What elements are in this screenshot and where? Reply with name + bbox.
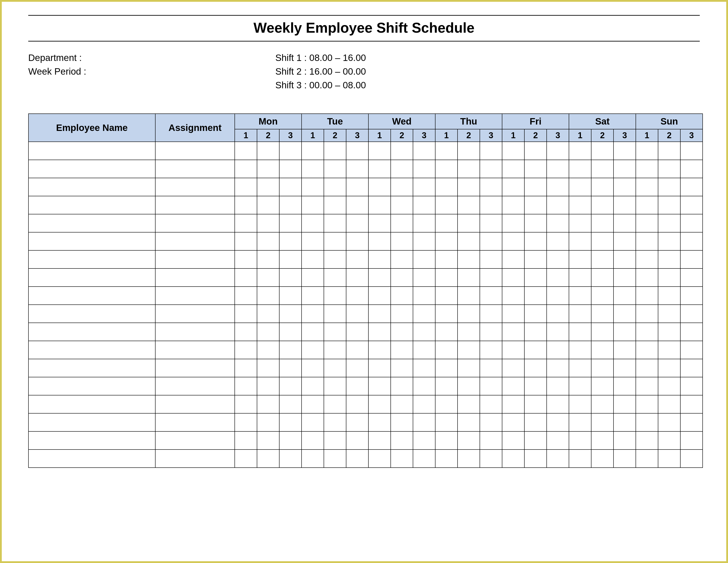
table-cell: [636, 305, 658, 323]
table-cell: [28, 450, 155, 468]
table-cell: [524, 232, 547, 250]
table-row: [28, 450, 703, 468]
table-cell: [680, 268, 703, 287]
table-cell: [155, 178, 235, 196]
table-cell: [524, 142, 547, 160]
table-cell: [302, 395, 324, 413]
col-day-fri: Fri: [502, 114, 569, 129]
table-row: [28, 395, 703, 413]
col-day-thu: Thu: [435, 114, 502, 129]
table-cell: [391, 450, 413, 468]
table-cell: [391, 305, 413, 323]
table-cell: [413, 196, 435, 214]
table-cell: [458, 214, 480, 232]
table-cell: [458, 250, 480, 268]
table-cell: [279, 323, 302, 341]
table-cell: [279, 413, 302, 431]
table-cell: [480, 431, 502, 450]
table-cell: [368, 142, 391, 160]
table-cell: [235, 305, 257, 323]
table-cell: [480, 413, 502, 431]
table-cell: [413, 359, 435, 377]
table-cell: [480, 341, 502, 359]
table-cell: [658, 450, 680, 468]
col-shift-sub: 2: [591, 129, 614, 142]
table-cell: [591, 450, 614, 468]
table-cell: [680, 359, 703, 377]
table-cell: [458, 359, 480, 377]
table-cell: [235, 377, 257, 395]
table-cell: [547, 395, 569, 413]
table-cell: [480, 160, 502, 178]
table-cell: [302, 214, 324, 232]
col-day-tue: Tue: [302, 114, 368, 129]
table-cell: [28, 395, 155, 413]
table-cell: [302, 232, 324, 250]
table-cell: [591, 431, 614, 450]
table-cell: [235, 287, 257, 305]
table-cell: [28, 377, 155, 395]
table-cell: [28, 323, 155, 341]
table-cell: [368, 232, 391, 250]
col-shift-sub: 3: [547, 129, 569, 142]
table-cell: [591, 323, 614, 341]
table-cell: [502, 359, 524, 377]
table-cell: [368, 341, 391, 359]
table-cell: [302, 450, 324, 468]
table-cell: [302, 178, 324, 196]
table-cell: [591, 250, 614, 268]
table-cell: [636, 250, 658, 268]
table-cell: [636, 450, 658, 468]
table-cell: [636, 196, 658, 214]
table-cell: [28, 305, 155, 323]
table-cell: [614, 395, 636, 413]
table-cell: [368, 395, 391, 413]
table-cell: [680, 142, 703, 160]
table-cell: [591, 196, 614, 214]
col-employee-name: Employee Name: [28, 114, 155, 142]
col-shift-sub: 2: [391, 129, 413, 142]
table-cell: [368, 196, 391, 214]
table-row: [28, 377, 703, 395]
table-cell: [279, 341, 302, 359]
table-cell: [235, 160, 257, 178]
col-day-mon: Mon: [235, 114, 302, 129]
table-cell: [302, 359, 324, 377]
table-cell: [524, 413, 547, 431]
table-cell: [458, 287, 480, 305]
table-cell: [569, 214, 591, 232]
table-cell: [302, 413, 324, 431]
table-cell: [614, 359, 636, 377]
table-cell: [480, 377, 502, 395]
table-cell: [235, 196, 257, 214]
table-cell: [257, 287, 279, 305]
table-cell: [235, 341, 257, 359]
table-cell: [480, 232, 502, 250]
table-cell: [658, 196, 680, 214]
table-cell: [302, 268, 324, 287]
table-cell: [569, 305, 591, 323]
table-cell: [435, 323, 458, 341]
table-cell: [391, 413, 413, 431]
table-cell: [569, 232, 591, 250]
table-cell: [502, 431, 524, 450]
table-cell: [413, 431, 435, 450]
table-cell: [346, 178, 368, 196]
table-cell: [302, 431, 324, 450]
table-cell: [257, 341, 279, 359]
table-cell: [324, 160, 346, 178]
table-cell: [502, 395, 524, 413]
table-cell: [547, 214, 569, 232]
table-cell: [324, 323, 346, 341]
table-cell: [346, 250, 368, 268]
table-cell: [391, 178, 413, 196]
table-cell: [235, 413, 257, 431]
table-cell: [235, 359, 257, 377]
table-cell: [324, 305, 346, 323]
table-cell: [368, 178, 391, 196]
table-cell: [591, 287, 614, 305]
table-cell: [235, 431, 257, 450]
table-cell: [435, 178, 458, 196]
table-cell: [368, 214, 391, 232]
table-cell: [324, 287, 346, 305]
